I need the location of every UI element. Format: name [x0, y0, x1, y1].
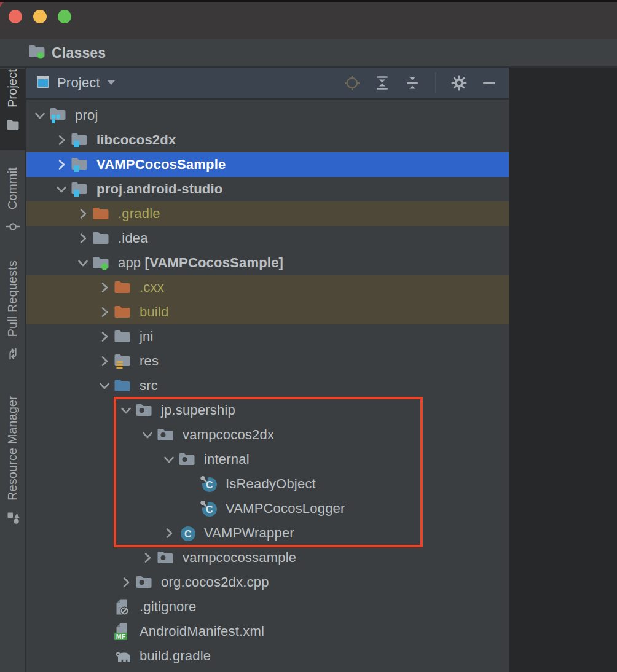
chevron-right-icon[interactable] — [53, 157, 69, 173]
window-header-bar: Classes — [0, 39, 617, 68]
tree-row[interactable]: build — [26, 300, 509, 324]
chevron-slot — [95, 599, 114, 615]
chevron-right-icon[interactable] — [75, 230, 91, 246]
tree-row[interactable]: .gitignore — [26, 595, 509, 619]
tree-row[interactable]: proj — [26, 103, 509, 128]
chevron-right-icon[interactable] — [75, 206, 91, 222]
chevron-right-icon[interactable] — [140, 550, 155, 566]
tree-row-label: jni — [140, 329, 154, 345]
tree-row[interactable]: app [VAMPCocosSample] — [26, 251, 509, 275]
chevron-right-icon[interactable] — [161, 525, 177, 541]
tree-row[interactable]: org.cocos2dx.cpp — [26, 570, 509, 595]
folder-icon — [114, 329, 131, 345]
project-panel-header: Project — [26, 68, 509, 100]
class-holder: C — [178, 524, 199, 542]
chevron-down-icon[interactable] — [75, 255, 91, 271]
chevron-down-icon[interactable] — [53, 181, 69, 197]
collapse-all-button[interactable] — [404, 74, 421, 92]
tree-chevron[interactable] — [74, 206, 92, 222]
settings-button[interactable] — [450, 74, 468, 92]
close-window-button[interactable] — [9, 10, 22, 23]
tree-row[interactable]: C IsReadyObject — [26, 472, 509, 496]
tree-chevron[interactable] — [95, 378, 114, 394]
tree-chevron[interactable] — [52, 132, 71, 148]
tree-chevron[interactable] — [52, 157, 71, 173]
tree-chevron[interactable] — [74, 255, 92, 271]
class-icon: C — [178, 525, 197, 542]
chevron-right-icon[interactable] — [96, 304, 112, 320]
package-folder-holder — [157, 549, 178, 567]
sidebar-item-project[interactable]: Project — [0, 69, 25, 150]
tree-row[interactable]: VAMPCocosSample — [26, 152, 509, 177]
minimize-window-button[interactable] — [33, 10, 47, 23]
svg-text:MF: MF — [116, 633, 126, 640]
tree-row[interactable]: internal — [26, 447, 509, 472]
tree-row[interactable]: vampcocos2dx — [26, 423, 509, 447]
chevron-slot — [95, 623, 114, 639]
android-folder-icon — [28, 44, 45, 62]
tree-chevron[interactable] — [138, 550, 157, 566]
package-folder-icon — [178, 451, 195, 467]
chevron-down-icon[interactable] — [96, 378, 112, 394]
tree-chevron[interactable] — [117, 402, 135, 418]
tree-chevron[interactable] — [95, 353, 114, 369]
excluded-folder-holder — [114, 303, 135, 321]
chevron-down-icon[interactable] — [140, 427, 155, 443]
sidebar-item-commit[interactable]: Commit — [0, 167, 25, 242]
tree-row-label: jp.supership — [161, 402, 235, 418]
tree-row[interactable]: vampcocossample — [26, 545, 509, 570]
zoom-window-button[interactable] — [58, 10, 71, 23]
tree-chevron[interactable] — [117, 574, 135, 590]
tree-row[interactable]: .cxx — [26, 275, 509, 300]
resource-manager-holder — [6, 511, 20, 527]
tree-chevron[interactable] — [160, 451, 178, 467]
gradle-file-icon — [114, 648, 132, 664]
chevron-down-icon — [106, 79, 116, 86]
chevron-right-icon[interactable] — [96, 353, 112, 369]
excluded-folder-icon — [114, 279, 131, 295]
tree-row[interactable]: C VAMPCocosLogger — [26, 496, 509, 521]
folder-holder — [114, 327, 135, 346]
ignored-file-icon — [114, 598, 130, 615]
project-view-icon — [35, 74, 51, 90]
tree-chevron[interactable] — [31, 107, 49, 123]
tree-row[interactable]: jni — [26, 324, 509, 349]
tree-chevron[interactable] — [52, 181, 71, 197]
tree-row[interactable]: res — [26, 349, 509, 373]
tree-row[interactable]: jp.supership — [26, 398, 509, 423]
chevron-right-icon[interactable] — [53, 132, 69, 148]
sidebar-item-pull-requests[interactable]: Pull Requests — [0, 260, 25, 375]
chevron-down-icon[interactable] — [32, 107, 48, 123]
expand-all-button[interactable] — [374, 74, 391, 92]
chevron-down-icon[interactable] — [118, 402, 134, 418]
tree-chevron[interactable] — [95, 279, 114, 295]
tree-chevron[interactable] — [95, 329, 114, 345]
tree-row[interactable]: libcocos2dx — [26, 128, 509, 152]
sidebar-item-resource-manager[interactable]: Resource Manager — [0, 396, 25, 543]
screen: Classes ProjectCommitPull Requests Resou… — [0, 0, 617, 672]
tree-row[interactable]: src — [26, 373, 509, 398]
package-folder-holder — [135, 401, 156, 420]
tree-row-label: build — [140, 304, 168, 320]
tree-row[interactable]: MFAndroidManifest.xml — [26, 619, 509, 644]
tree-row[interactable]: build.gradle — [26, 644, 509, 668]
chevron-right-icon[interactable] — [96, 279, 112, 295]
chevron-right-icon[interactable] — [96, 329, 112, 345]
tree-row[interactable]: proj.android-studio — [26, 177, 509, 201]
gear-icon — [451, 75, 467, 91]
tree-chevron[interactable] — [74, 230, 92, 246]
chevron-right-icon[interactable] — [118, 574, 134, 590]
tree-row[interactable]: .idea — [26, 226, 509, 251]
locate-icon — [344, 75, 360, 91]
tree-chevron[interactable] — [95, 304, 114, 320]
tree-chevron[interactable] — [138, 427, 157, 443]
chevron-down-icon[interactable] — [161, 451, 177, 467]
chevron-down-icon[interactable] — [106, 77, 116, 88]
tree-chevron[interactable] — [160, 525, 178, 541]
window-titlebar — [0, 1, 617, 39]
locate-button[interactable] — [344, 74, 361, 92]
tree-row[interactable]: .gradle — [26, 201, 509, 226]
tree-row[interactable]: CVAMPWrapper — [26, 521, 509, 545]
expand-all-icon — [374, 75, 390, 91]
hide-button[interactable] — [481, 74, 498, 92]
